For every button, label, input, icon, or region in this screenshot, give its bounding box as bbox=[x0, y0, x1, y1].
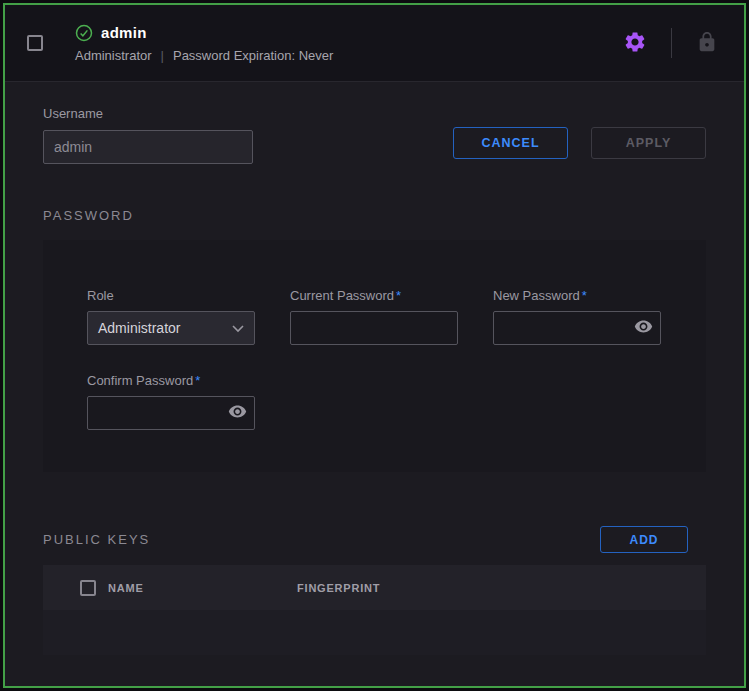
role-select-value: Administrator bbox=[98, 320, 180, 336]
eye-icon bbox=[228, 402, 247, 424]
column-header-name: NAME bbox=[108, 582, 297, 594]
add-public-key-button[interactable]: ADD bbox=[600, 526, 688, 553]
role-label: Role bbox=[87, 288, 255, 303]
settings-button[interactable] bbox=[619, 26, 651, 61]
current-password-label-text: Current Password bbox=[290, 288, 394, 303]
username-row: Username CANCEL APPLY bbox=[43, 82, 706, 164]
lock-icon bbox=[696, 31, 718, 56]
current-password-label: Current Password* bbox=[290, 288, 458, 303]
public-keys-table-header: NAME FINGERPRINT bbox=[43, 565, 706, 610]
new-password-label-text: New Password bbox=[493, 288, 580, 303]
required-marker: * bbox=[195, 373, 200, 388]
username-field-group: Username bbox=[43, 106, 253, 164]
public-keys-header: PUBLIC KEYS ADD bbox=[43, 526, 706, 553]
required-marker: * bbox=[396, 288, 401, 303]
password-section-heading: PASSWORD bbox=[43, 208, 706, 223]
apply-button[interactable]: APPLY bbox=[591, 127, 706, 159]
username-label: Username bbox=[43, 106, 253, 121]
select-all-keys-checkbox[interactable] bbox=[80, 580, 96, 596]
select-user-checkbox[interactable] bbox=[27, 35, 43, 51]
cancel-button[interactable]: CANCEL bbox=[453, 127, 568, 159]
column-header-fingerprint: FINGERPRINT bbox=[297, 582, 380, 594]
new-password-field-group: New Password* bbox=[493, 288, 661, 345]
user-edit-card: admin Administrator | Password Expiratio… bbox=[3, 3, 746, 688]
role-select[interactable]: Administrator bbox=[87, 311, 255, 345]
required-marker: * bbox=[582, 288, 587, 303]
user-header: admin Administrator | Password Expiratio… bbox=[5, 5, 744, 82]
user-role-text: Administrator bbox=[75, 48, 152, 63]
header-actions bbox=[619, 26, 722, 61]
toggle-new-password-visibility[interactable] bbox=[634, 317, 653, 339]
user-title-block: admin Administrator | Password Expiratio… bbox=[75, 24, 333, 63]
toggle-confirm-password-visibility[interactable] bbox=[228, 402, 247, 424]
current-password-field-group: Current Password* bbox=[290, 288, 458, 345]
header-divider bbox=[671, 28, 672, 58]
user-edit-form: Username CANCEL APPLY PASSWORD Role Admi… bbox=[5, 82, 744, 655]
confirm-password-label: Confirm Password* bbox=[87, 373, 255, 388]
password-panel: Role Administrator bbox=[43, 240, 706, 472]
user-subtitle: Administrator | Password Expiration: Nev… bbox=[75, 48, 333, 63]
public-keys-heading: PUBLIC KEYS bbox=[43, 532, 150, 547]
status-check-circle-icon bbox=[75, 24, 93, 42]
current-password-input[interactable] bbox=[290, 311, 458, 345]
confirm-password-field-group: Confirm Password* bbox=[87, 373, 255, 430]
public-keys-empty-row bbox=[43, 610, 706, 655]
confirm-password-label-text: Confirm Password bbox=[87, 373, 193, 388]
subtitle-separator: | bbox=[161, 48, 164, 63]
new-password-label: New Password* bbox=[493, 288, 661, 303]
chevron-down-icon bbox=[232, 320, 244, 336]
eye-icon bbox=[634, 317, 653, 339]
form-action-buttons: CANCEL APPLY bbox=[453, 127, 706, 159]
password-expiration-text: Password Expiration: Never bbox=[173, 48, 333, 63]
username-input[interactable] bbox=[43, 130, 253, 164]
public-keys-table: NAME FINGERPRINT bbox=[43, 565, 706, 655]
lock-button[interactable] bbox=[692, 27, 722, 60]
gear-icon bbox=[623, 30, 647, 57]
user-title: admin bbox=[101, 24, 147, 41]
role-field-group: Role Administrator bbox=[87, 288, 255, 345]
